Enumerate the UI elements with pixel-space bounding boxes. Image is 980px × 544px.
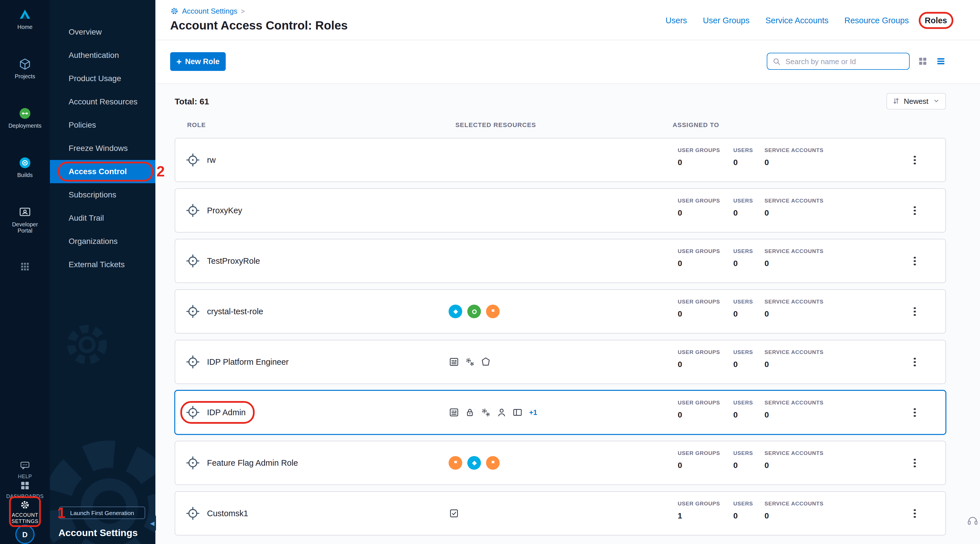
rail-item-projects[interactable]: Projects — [15, 57, 35, 80]
users-label: USERS — [733, 349, 765, 355]
assigned-to-cell: USER GROUPS1 USERS0 SERVICE ACCOUNTS0 — [678, 500, 832, 520]
role-name[interactable]: rw — [207, 156, 216, 164]
tab-resource-groups[interactable]: Resource Groups — [845, 16, 909, 25]
tab-users[interactable]: Users — [665, 16, 687, 25]
gear-watermark-small-icon — [60, 318, 114, 372]
service-accounts-label: SERVICE ACCOUNTS — [765, 450, 832, 456]
sidebar-item-audit-trail[interactable]: Audit Trail — [50, 207, 155, 230]
role-name[interactable]: Customsk1 — [207, 509, 248, 518]
search-icon — [772, 57, 781, 65]
role-row[interactable]: rw USER GROUPS0 USERS0 SERVICE ACCOUNTS0 — [175, 138, 946, 182]
role-row[interactable]: crystal-test-role USER GROUPS0 USERS0 SE… — [175, 289, 946, 334]
service-accounts-count: 0 — [765, 158, 832, 167]
tab-user-groups[interactable]: User Groups — [703, 16, 749, 25]
role-target-icon — [185, 506, 200, 521]
rail-item-developer-portal[interactable]: Developer Portal — [5, 205, 45, 234]
role-target-icon — [185, 455, 200, 470]
sidebar-item-authentication[interactable]: Authentication — [50, 44, 155, 67]
tab-service-accounts[interactable]: Service Accounts — [765, 16, 828, 25]
help-chat-icon — [19, 460, 30, 471]
user-groups-count: 1 — [678, 511, 733, 520]
search-input[interactable] — [784, 56, 904, 66]
user-groups-count: 0 — [678, 461, 733, 470]
sidebar-item-overview[interactable]: Overview — [50, 21, 155, 44]
role-name[interactable]: IDP Platform Engineer — [207, 357, 289, 366]
service-accounts-count: 0 — [765, 511, 832, 520]
page-title: Account Access Control: Roles — [170, 19, 348, 32]
breadcrumb[interactable]: Account Settings > — [170, 7, 245, 15]
rail-item-dashboards[interactable]: DASHBOARDS — [6, 480, 44, 500]
rail-item-account-settings[interactable]: ACCOUNT SETTINGS 1 — [5, 500, 45, 525]
role-name[interactable]: TestProxyRole — [207, 256, 260, 266]
rail-label: Builds — [17, 172, 33, 178]
breadcrumb-link[interactable]: Account Settings — [182, 7, 237, 15]
users-count: 0 — [733, 259, 765, 268]
rail-item-modules[interactable] — [19, 261, 30, 272]
assigned-to-cell: USER GROUPS0 USERS0 SERVICE ACCOUNTS0 — [678, 349, 832, 369]
sidebar-item-product-usage[interactable]: Product Usage — [50, 67, 155, 90]
role-row[interactable]: Customsk1 USER GROUPS1 USERS0 SERVICE AC… — [175, 491, 946, 536]
row-menu-button[interactable] — [912, 455, 918, 471]
service-accounts-count: 0 — [765, 461, 832, 470]
user-avatar[interactable]: D — [15, 525, 35, 544]
assigned-to-cell: USER GROUPS0 USERS0 SERVICE ACCOUNTS0 — [678, 147, 832, 167]
layout-icon — [512, 407, 523, 418]
sidebar-item-freeze-windows[interactable]: Freeze Windows — [50, 137, 155, 160]
row-menu-button[interactable] — [912, 253, 918, 269]
role-target-icon — [185, 203, 200, 218]
chevron-down-icon — [932, 97, 940, 105]
new-role-button[interactable]: + New Role — [170, 52, 226, 71]
role-row[interactable]: Feature Flag Admin Role USER GROUPS0 USE… — [175, 441, 946, 485]
row-menu-button[interactable] — [912, 202, 918, 219]
sort-dropdown[interactable]: Newest — [886, 93, 946, 109]
users-count: 0 — [733, 359, 765, 369]
row-menu-button[interactable] — [912, 354, 918, 370]
rail-item-deployments[interactable]: Deployments — [8, 107, 42, 129]
role-name[interactable]: crystal-test-role — [207, 307, 263, 316]
role-target-icon — [185, 405, 200, 420]
role-name[interactable]: Feature Flag Admin Role — [207, 458, 298, 468]
sidebar-item-external-tickets[interactable]: External Tickets — [50, 253, 155, 276]
sidebar-item-access-control[interactable]: Access Control 2 — [50, 160, 155, 183]
role-target-icon — [185, 355, 200, 369]
role-row[interactable]: IDP Platform Engineer USER GROUPS0 USERS… — [175, 340, 946, 384]
grid-view-icon[interactable] — [918, 56, 928, 66]
sidebar-collapse-handle[interactable]: ◀ — [149, 515, 156, 530]
role-name[interactable]: ProxyKey — [207, 206, 242, 215]
rail-item-help[interactable]: HELP — [18, 460, 32, 480]
rail-item-home[interactable]: Home — [17, 8, 32, 30]
user-groups-label: USER GROUPS — [678, 147, 733, 153]
role-cell: TestProxyRole — [185, 254, 260, 268]
role-row[interactable]: TestProxyRole USER GROUPS0 USERS0 SERVIC… — [175, 239, 946, 283]
sort-value: Newest — [904, 97, 928, 105]
role-row[interactable]: ProxyKey USER GROUPS0 USERS0 SERVICE ACC… — [175, 188, 946, 232]
users-count: 0 — [733, 309, 765, 318]
form-icon — [449, 356, 460, 367]
rail-label: Projects — [15, 73, 35, 80]
sidebar-item-policies[interactable]: Policies — [50, 113, 155, 137]
role-cell: rw — [185, 153, 216, 167]
settings-gears-icon — [480, 407, 491, 418]
user-groups-label: USER GROUPS — [678, 248, 733, 254]
search-box[interactable] — [767, 53, 910, 70]
support-headset-icon[interactable] — [966, 514, 979, 527]
tab-roles[interactable]: Roles — [925, 16, 947, 25]
list-view-icon[interactable] — [936, 56, 946, 66]
sidebar-item-organizations[interactable]: Organizations — [50, 230, 155, 253]
role-row-idp-admin[interactable]: IDP Admin +1 USER GROUPS0 USERS0 — [175, 390, 946, 434]
launch-first-generation-button[interactable]: Launch First Generation — [59, 507, 145, 519]
row-menu-button[interactable] — [912, 404, 918, 421]
role-name[interactable]: IDP Admin — [207, 408, 246, 417]
dashboards-icon — [19, 480, 30, 491]
column-selected-resources: SELECTED RESOURCES — [455, 121, 536, 128]
selected-resources-cell: +1 — [449, 407, 537, 418]
sidebar-item-subscriptions[interactable]: Subscriptions — [50, 183, 155, 207]
sidebar-item-account-resources[interactable]: Account Resources — [50, 90, 155, 113]
rail-item-profile[interactable]: D — [15, 525, 35, 544]
toolbar-right — [767, 53, 946, 70]
rail-item-builds[interactable]: Builds — [17, 156, 33, 178]
row-menu-button[interactable] — [912, 506, 918, 522]
row-menu-button[interactable] — [912, 152, 918, 168]
row-menu-button[interactable] — [912, 304, 918, 320]
role-target-icon — [185, 304, 200, 319]
